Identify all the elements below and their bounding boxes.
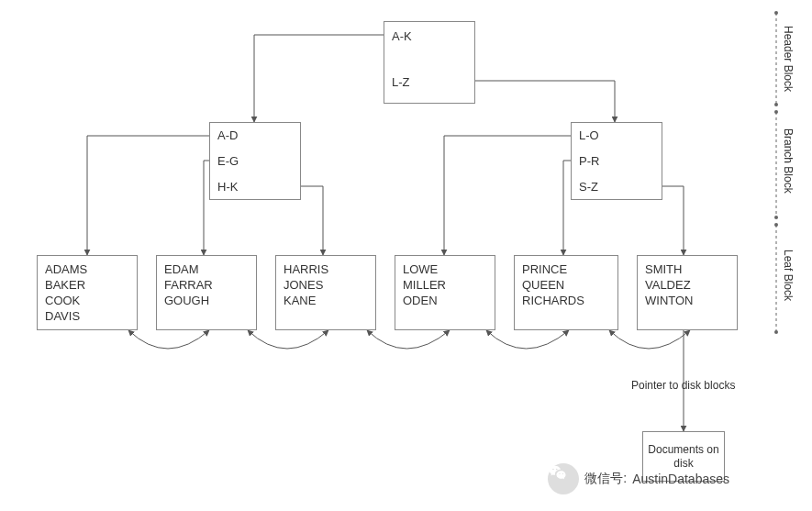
- leaf-entry: EDAM: [164, 261, 213, 277]
- leaf-entry: COOK: [45, 293, 87, 308]
- leaf-entry: SMITH: [645, 261, 693, 277]
- side-label-branch: Branch Block: [782, 128, 795, 194]
- edge-left-HK: [301, 186, 323, 255]
- leaf-entry: MILLER: [403, 277, 446, 293]
- side-label-leaf: Leaf Block: [782, 250, 795, 301]
- svg-point-4: [774, 223, 778, 227]
- leaf-entry: HARRIS: [284, 261, 328, 277]
- watermark-prefix: 微信号:: [584, 471, 627, 487]
- leaf-entry: PRINCE: [522, 261, 584, 277]
- leaf-entry: QUEEN: [522, 277, 584, 293]
- leaf-entry: FARRAR: [164, 277, 213, 293]
- leaf-block-2: HARRIS JONES KANE: [275, 255, 376, 330]
- edge-right-LO: [444, 136, 571, 255]
- svg-point-0: [774, 11, 778, 15]
- header-key-ak: A-K: [392, 29, 412, 43]
- edge-header-to-left: [254, 35, 384, 122]
- leaf-entry: ADAMS: [45, 261, 87, 277]
- svg-point-1: [774, 103, 778, 106]
- leaf-block-1: EDAM FARRAR GOUGH: [156, 255, 257, 330]
- leaf-entry: DAVIS: [45, 308, 87, 324]
- leaf-entry: LOWE: [403, 261, 446, 277]
- branch-left-hk: H-K: [217, 180, 238, 194]
- leaf-link-2-3: [367, 330, 450, 349]
- leaf-entry: VALDEZ: [645, 277, 693, 293]
- header-key-lz: L-Z: [392, 75, 410, 89]
- branch-left-ad: A-D: [217, 128, 238, 142]
- edge-header-to-right: [475, 81, 615, 122]
- leaf-block-3: LOWE MILLER ODEN: [395, 255, 495, 330]
- branch-block-left: A-D E-G H-K: [209, 122, 301, 200]
- edge-right-PR: [563, 161, 571, 255]
- leaf-entry: GOUGH: [164, 293, 213, 308]
- leaf-link-1-2: [248, 330, 328, 349]
- header-block: A-K L-Z: [384, 21, 475, 104]
- branch-left-eg: E-G: [217, 154, 239, 168]
- svg-point-5: [774, 330, 778, 334]
- svg-point-2: [774, 110, 778, 114]
- leaf-link-0-1: [128, 330, 209, 349]
- edge-left-AD: [87, 136, 209, 255]
- pointer-label: Pointer to disk blocks: [631, 379, 735, 392]
- leaf-entry: RICHARDS: [522, 293, 584, 308]
- side-label-header: Header Block: [782, 26, 795, 92]
- branch-right-sz: S-Z: [579, 180, 598, 194]
- leaf-block-4: PRINCE QUEEN RICHARDS: [514, 255, 618, 330]
- leaf-link-4-5: [609, 330, 690, 349]
- watermark-handle: AustinDatabases: [632, 472, 729, 486]
- branch-right-pr: P-R: [579, 154, 599, 168]
- leaf-entry: WINTON: [645, 293, 693, 308]
- leaf-entry: KANE: [284, 293, 328, 308]
- svg-point-3: [774, 216, 778, 219]
- leaf-block-0: ADAMS BAKER COOK DAVIS: [37, 255, 138, 330]
- leaf-link-3-4: [486, 330, 569, 349]
- branch-block-right: L-O P-R S-Z: [571, 122, 662, 200]
- watermark: 微信号: AustinDatabases: [548, 463, 729, 494]
- edge-right-SZ: [662, 186, 684, 255]
- wechat-icon: [548, 463, 579, 494]
- leaf-entry: BAKER: [45, 277, 87, 293]
- branch-right-lo: L-O: [579, 128, 599, 142]
- leaf-entry: ODEN: [403, 293, 446, 308]
- leaf-block-5: SMITH VALDEZ WINTON: [637, 255, 738, 330]
- leaf-entry: JONES: [284, 277, 328, 293]
